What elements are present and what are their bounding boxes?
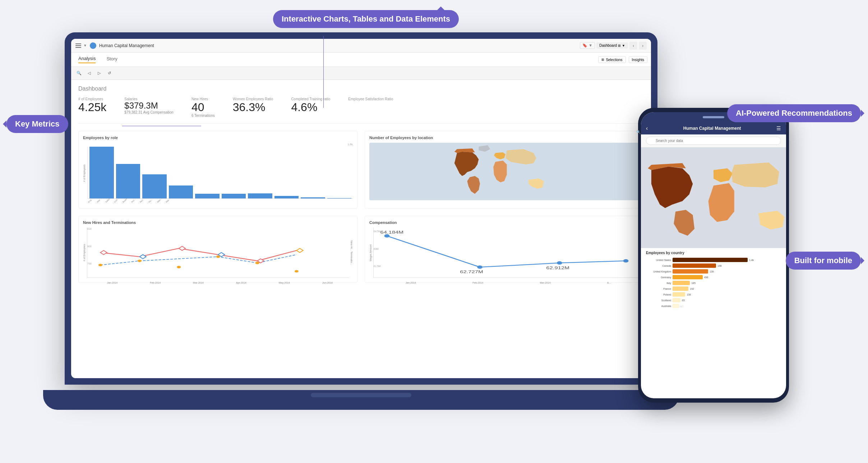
kpi-salaries-value: $379.3M (124, 101, 174, 110)
insights-btn[interactable]: Insights (629, 56, 647, 63)
chart-role-ylabel: # of Employees (83, 143, 86, 204)
svg-point-10 (255, 262, 259, 264)
svg-point-7 (138, 260, 142, 262)
kpi-satisfaction: Employee Satisfaction Ratio (348, 97, 393, 118)
phone-country-bar[interactable] (673, 286, 688, 291)
svg-marker-2 (179, 246, 185, 251)
world-map-laptop[interactable] (369, 143, 639, 200)
phone-country-bar[interactable] (673, 269, 708, 274)
phone-country-bar[interactable] (673, 258, 748, 262)
chart-hires-title: New Hires and Terminations (83, 220, 353, 225)
bar-item[interactable] (169, 185, 193, 198)
dashboard-content: Dashboard # of Employees 4.25k Salaries … (71, 80, 651, 288)
line-chart-svg (87, 228, 349, 278)
callout-interactive-text: Interactive Charts, Tables and Data Elem… (282, 14, 450, 23)
svg-marker-5 (296, 248, 303, 253)
phone-country-value: 1.4k (749, 259, 754, 261)
forward-tool-btn[interactable]: ▷ (95, 69, 103, 78)
bar-item[interactable] (327, 198, 352, 198)
kpi-row: # of Employees 4.25k Salaries $379.3M $7… (78, 97, 644, 124)
bar-chart-role[interactable] (88, 147, 353, 199)
kpi-satisfaction-label: Employee Satisfaction Ratio (348, 97, 393, 101)
svg-point-8 (177, 266, 181, 269)
tab-story[interactable]: Story (106, 56, 117, 63)
phone-country-bar[interactable] (673, 292, 685, 297)
back-tool-btn[interactable]: ◁ (85, 69, 93, 78)
bar-item[interactable] (274, 196, 299, 198)
chart-hires-terminations[interactable]: New Hires and Terminations # of Employee… (78, 216, 357, 283)
kpi-salaries-sub: $79,382.31 Avg Compensation (124, 110, 174, 114)
bar-item[interactable] (89, 147, 114, 198)
phone-country-label: Australia (646, 305, 671, 307)
bar-item[interactable] (301, 197, 325, 198)
phone-country-label: Germany (646, 276, 671, 279)
phone-app-title: Human Capital Management (683, 126, 741, 131)
bar-item[interactable] (222, 194, 246, 198)
bar-item[interactable] (195, 194, 220, 198)
search-tool-btn[interactable]: 🔍 (75, 69, 83, 78)
dashboard-btn[interactable]: Dashboard ⊞ ▼ (596, 42, 628, 49)
nav-back-btn[interactable]: ‹ (629, 42, 637, 50)
phone-country-bar[interactable] (673, 281, 690, 285)
phone-bar-row: Italy185 (646, 281, 781, 285)
svg-text:62.727M: 62.727M (460, 270, 483, 274)
phone-country-label: Poland (646, 293, 671, 296)
bar-item[interactable] (116, 164, 140, 198)
kpi-employees-value: 4.25k (78, 101, 106, 114)
right-tab-area: ⊞ Selections Insights (598, 56, 647, 63)
dashboard-label: Dashboard (599, 43, 617, 47)
kpi-women-value: 36.3% (233, 101, 273, 114)
kpi-training: Completed Training ratio 4.6% (291, 97, 330, 118)
selections-btn[interactable]: ⊞ Selections (598, 56, 625, 63)
phone-menu-btn[interactable]: ☰ (776, 125, 781, 131)
bar-item[interactable] (142, 174, 167, 199)
callout-mobile: Built for mobile (786, 252, 861, 270)
phone-country-value: ... (680, 305, 683, 307)
app-logo (90, 42, 96, 49)
svg-text:64.184M: 64.184M (380, 230, 403, 235)
phone-country-bar[interactable] (673, 298, 680, 302)
chart-role-title: Employees by role (83, 136, 353, 140)
toolbar: 🔍 ◁ ▷ ↺ (71, 67, 651, 80)
phone-country-bar[interactable] (673, 275, 703, 279)
kpi-hires-value: 40 (191, 101, 215, 114)
svg-point-15 (623, 259, 629, 262)
bar-item[interactable] (248, 193, 272, 198)
charts-grid: Employees by role # of Employees 1.8k En… (78, 131, 644, 283)
chart-hires-ylabel2: New Hi... Terminatio... (350, 228, 353, 278)
laptop-device: ▼ Human Capital Management 🔖 ▼ Dashboard… (65, 32, 657, 410)
svg-point-6 (98, 264, 102, 266)
nav-forward-btn[interactable]: › (639, 42, 647, 50)
phone-search-input[interactable] (646, 137, 781, 145)
phone-back-btn[interactable]: ‹ (646, 125, 648, 132)
nav-hamburger[interactable]: ▼ (75, 43, 87, 48)
phone-country-label: United States (646, 259, 671, 261)
phone-country-bar[interactable] (673, 304, 679, 308)
phone-search-area: 🔍 (641, 134, 786, 147)
chart-compensation[interactable]: Compensation Wages Amount 64.5M 63M 61.5… (365, 216, 644, 283)
phone-country-bar[interactable] (673, 263, 716, 268)
phone-world-map[interactable] (641, 147, 786, 248)
phone-country-value: 496 (704, 276, 708, 279)
laptop-screen: ▼ Human Capital Management 🔖 ▼ Dashboard… (71, 39, 651, 378)
phone-country-label: Italy (646, 282, 671, 284)
insights-label: Insights (632, 58, 644, 61)
kpi-hires-sub: 6 Terminations (191, 114, 215, 118)
chart-comp-title: Compensation (369, 220, 639, 225)
phone-body: ‹ Human Capital Management ☰ 🔍 (638, 108, 789, 403)
chart-by-location[interactable]: Number of Employees by location (365, 131, 644, 208)
callout-ai-powered: AI-Powered Recommendations (727, 104, 861, 122)
bookmark-btn[interactable]: 🔖 ▼ (580, 42, 595, 49)
phone-bar-row: Canada168 (646, 263, 781, 268)
kpi-salaries: Salaries $379.3M $79,382.31 Avg Compensa… (124, 97, 174, 118)
tab-analysis[interactable]: Analysis (78, 56, 96, 63)
chart-comp-ylabel: Wages Amount (369, 228, 372, 278)
phone-screen: ‹ Human Capital Management ☰ 🔍 (641, 112, 786, 398)
dashboard-title: Dashboard (78, 86, 644, 92)
laptop-body: ▼ Human Capital Management 🔖 ▼ Dashboard… (65, 32, 657, 385)
chart-by-role[interactable]: Employees by role # of Employees 1.8k En… (78, 131, 357, 208)
phone-country-value: 65 (682, 299, 685, 302)
phone-country-bars: United States1.4kCanada168United Kingdom… (646, 258, 781, 308)
refresh-tool-btn[interactable]: ↺ (105, 69, 114, 78)
phone-country-label: France (646, 288, 671, 290)
